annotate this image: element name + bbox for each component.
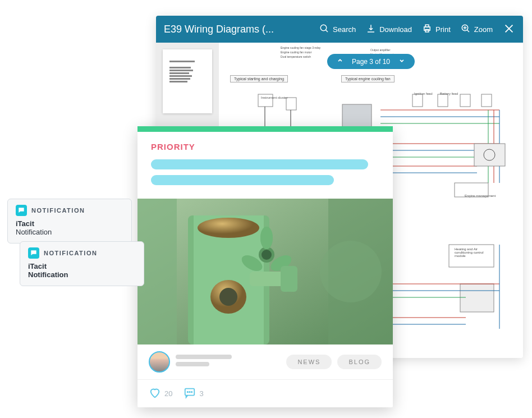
svg-point-70 (187, 392, 188, 392)
svg-line-8 (467, 30, 469, 32)
priority-accent-bar (137, 126, 393, 132)
svg-rect-30 (455, 183, 488, 197)
svg-point-56 (198, 218, 259, 238)
search-icon (319, 24, 329, 35)
print-label: Print (435, 25, 451, 34)
subtitle-placeholder (151, 175, 334, 185)
pdf-title: E39 Wiring Diagrams (... (164, 24, 274, 35)
post-meta-row: NEWS BLOG (137, 344, 393, 379)
svg-rect-3 (425, 25, 429, 27)
priority-post-card: PRIORITY (137, 126, 393, 407)
svg-point-53 (320, 241, 382, 302)
search-label: Search (333, 25, 356, 34)
close-button[interactable] (503, 22, 515, 36)
svg-point-66 (262, 250, 272, 260)
chat-icon (28, 247, 39, 259)
legend-item: Engine cooling fan motor (281, 50, 311, 54)
priority-label: PRIORITY (151, 142, 379, 151)
svg-rect-27 (481, 94, 492, 107)
print-icon (422, 24, 432, 35)
page-navigator: Page 3 of 10 (327, 54, 415, 69)
svg-point-63 (260, 227, 273, 249)
svg-rect-38 (460, 284, 494, 312)
page-prev-button[interactable] (336, 57, 344, 66)
pdf-toolbar: E39 Wiring Diagrams (... Search Download… (156, 16, 523, 43)
svg-point-58 (219, 288, 237, 306)
author-name-placeholder (176, 355, 281, 369)
legend-item: Dual temperature switch (281, 55, 311, 58)
legend-item: Engine cooling fan stage 3 relay (281, 46, 320, 49)
comment-count: 3 (199, 389, 203, 398)
title-placeholder (151, 159, 368, 169)
post-actions-row: 20 3 (137, 379, 393, 407)
tag-news[interactable]: NEWS (286, 355, 332, 369)
post-image (137, 199, 393, 344)
svg-rect-26 (460, 94, 470, 107)
notification-label: NOTIFICATION (31, 207, 85, 214)
svg-line-1 (325, 30, 328, 32)
tag-blog[interactable]: BLOG (337, 355, 382, 369)
svg-rect-24 (412, 94, 423, 107)
search-button[interactable]: Search (319, 24, 356, 35)
page-indicator: Page 3 of 10 (352, 58, 390, 66)
notification-header: NOTIFICATION (16, 205, 123, 216)
notification-header: NOTIFICATION (28, 247, 136, 259)
notification-app-name: iTacit (28, 262, 136, 270)
notification-toast[interactable]: NOTIFICATION iTacit Notification (7, 199, 132, 244)
close-icon (503, 22, 515, 36)
notification-label: NOTIFICATION (44, 250, 97, 256)
svg-point-0 (320, 25, 327, 31)
download-button[interactable]: Download (366, 24, 412, 35)
zoom-button[interactable]: Zoom (461, 24, 493, 35)
thumbnail-preview (163, 49, 212, 94)
svg-point-71 (190, 392, 190, 392)
svg-rect-28 (474, 144, 505, 166)
pdf-thumbnail[interactable] (163, 49, 212, 113)
notification-text: Notification (16, 228, 123, 236)
comment-icon (184, 387, 196, 401)
notification-text: Notification (28, 270, 136, 279)
zoom-label: Zoom (474, 25, 493, 34)
svg-point-72 (191, 392, 192, 392)
zoom-icon (461, 24, 471, 35)
print-button[interactable]: Print (422, 24, 451, 35)
page-next-button[interactable] (398, 57, 406, 66)
svg-rect-25 (438, 94, 448, 107)
notification-app-name: iTacit (16, 219, 123, 228)
priority-header: PRIORITY (137, 132, 393, 199)
svg-rect-49 (449, 245, 494, 267)
pdf-toolbar-actions: Search Download Print Zoom (319, 22, 515, 36)
legend-item: Output amplifier (370, 48, 390, 52)
svg-rect-31 (258, 94, 273, 107)
download-icon (366, 24, 376, 35)
heart-icon (149, 387, 161, 401)
notification-toast[interactable]: NOTIFICATION iTacit Notification (20, 241, 144, 286)
author-avatar[interactable] (149, 351, 170, 373)
svg-rect-68 (281, 266, 297, 292)
svg-rect-32 (286, 98, 296, 110)
chat-icon (16, 205, 27, 216)
like-count: 20 (164, 389, 172, 398)
like-button[interactable]: 20 (149, 387, 172, 401)
comment-button[interactable]: 3 (184, 387, 203, 401)
download-label: Download (379, 25, 412, 34)
